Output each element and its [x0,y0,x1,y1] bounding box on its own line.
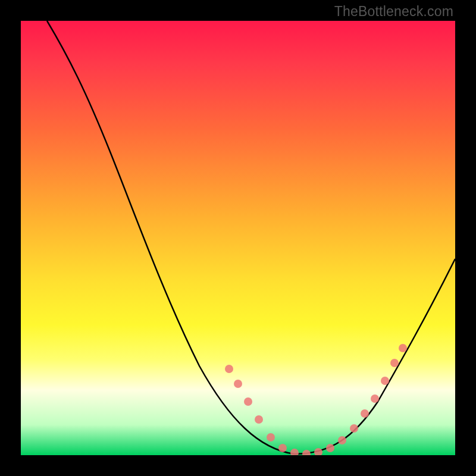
svg-point-8 [314,448,322,455]
svg-point-5 [278,444,287,452]
svg-point-12 [361,409,369,418]
curve-svg [21,21,455,455]
svg-point-7 [302,450,311,455]
svg-point-3 [255,415,263,424]
svg-point-9 [326,444,334,452]
svg-point-0 [225,365,233,373]
svg-point-14 [381,377,389,385]
bottleneck-curve [47,21,455,454]
svg-point-16 [399,344,407,352]
svg-point-13 [371,394,379,403]
svg-point-15 [390,359,399,367]
chart-frame: TheBottleneck.com [0,0,476,476]
svg-point-6 [290,449,299,455]
svg-point-2 [244,397,252,406]
plot-area [21,21,455,455]
svg-point-11 [350,424,358,433]
svg-point-10 [338,436,346,444]
svg-point-4 [267,433,275,441]
watermark-text: TheBottleneck.com [334,4,453,20]
svg-point-1 [234,380,242,388]
